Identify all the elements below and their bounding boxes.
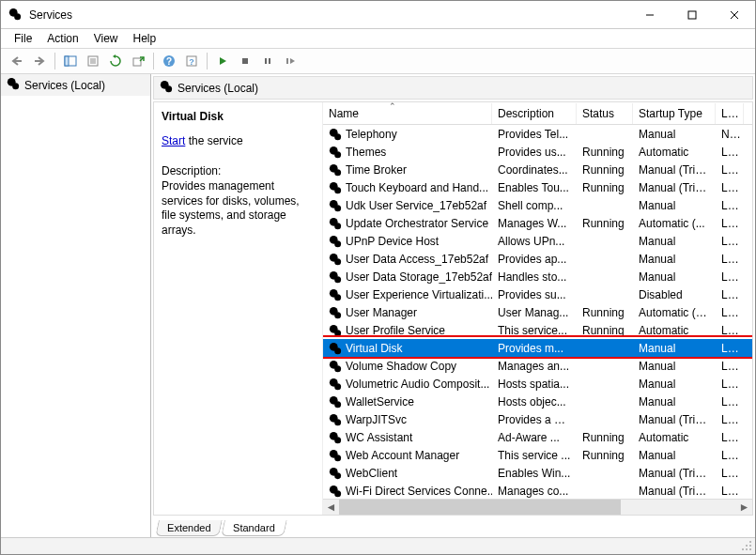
view-tabs: Extended Standard <box>151 516 755 537</box>
gear-icon <box>329 199 342 212</box>
maximize-button[interactable] <box>671 1 713 28</box>
service-row[interactable]: Udk User Service_17eb52afShell comp...Ma… <box>323 196 752 214</box>
service-startup-cell: Manual (Trig... <box>633 179 716 196</box>
gear-icon <box>160 80 173 96</box>
gear-icon <box>329 253 342 266</box>
start-service-button[interactable] <box>212 51 233 71</box>
service-row[interactable]: Time BrokerCoordinates...RunningManual (… <box>323 161 752 178</box>
show-hide-tree-button[interactable] <box>60 51 81 71</box>
column-header-status[interactable]: Status <box>577 103 633 124</box>
service-row[interactable]: WalletServiceHosts objec...ManualLoc <box>323 393 752 410</box>
service-name-cell: Volume Shadow Copy <box>346 360 456 373</box>
scroll-right-button[interactable]: ► <box>736 500 752 516</box>
service-status-cell <box>577 471 633 475</box>
service-row[interactable]: User Profile ServiceThis service...Runni… <box>323 321 752 339</box>
service-row[interactable]: Wi-Fi Direct Services Conne...Manages co… <box>323 482 752 499</box>
scroll-thumb[interactable] <box>339 500 621 516</box>
service-row[interactable]: Volume Shadow CopyManages an...ManualLoc <box>323 357 752 375</box>
service-row[interactable]: ThemesProvides us...RunningAutomaticLoc <box>323 143 752 161</box>
service-name-cell: Wi-Fi Direct Services Conne... <box>346 485 492 498</box>
service-logon-cell: Loc <box>716 322 744 339</box>
service-desc-cell: Ad-Aware ... <box>492 429 577 446</box>
service-startup-cell: Manual (Trig... <box>633 162 716 178</box>
tree-root-services-local[interactable]: Services (Local) <box>1 74 150 96</box>
service-startup-cell: Manual <box>633 358 716 375</box>
minimize-button[interactable] <box>628 1 671 28</box>
properties-button[interactable] <box>83 51 103 71</box>
gear-icon <box>329 163 342 177</box>
close-button[interactable] <box>713 1 755 28</box>
service-desc-cell: Shell comp... <box>492 197 577 214</box>
help-button[interactable]: ? <box>159 51 179 71</box>
pause-service-button[interactable] <box>257 51 278 71</box>
right-content: Virtual Disk Start the service Descripti… <box>153 101 753 516</box>
service-row[interactable]: Touch Keyboard and Hand...Enables Tou...… <box>323 178 752 196</box>
service-startup-cell: Manual <box>633 376 716 393</box>
stop-service-button[interactable] <box>235 51 255 71</box>
service-row[interactable]: User Data Storage_17eb52afHandles sto...… <box>323 268 752 285</box>
refresh-button[interactable] <box>105 51 126 71</box>
service-desc-cell: Provides m... <box>492 340 577 357</box>
horizontal-scrollbar[interactable]: ◄ ► <box>323 499 752 515</box>
app-icon <box>8 8 23 23</box>
services-rows-container[interactable]: TelephonyProvides Tel...ManualNetThemesP… <box>323 125 752 499</box>
menu-help[interactable]: Help <box>126 30 164 47</box>
service-logon-cell: Loc <box>716 233 744 250</box>
service-row[interactable]: User Data Access_17eb52afProvides ap...M… <box>323 250 752 268</box>
description-label: Description: <box>162 164 315 177</box>
scroll-left-button[interactable]: ◄ <box>323 500 339 516</box>
service-row[interactable]: WarpJITSvcProvides a JI...Manual (Trig..… <box>323 410 752 428</box>
service-logon-cell: Loc <box>716 411 744 428</box>
tab-standard[interactable]: Standard <box>222 520 287 536</box>
service-row[interactable]: Volumetric Audio Composit...Hosts spatia… <box>323 375 752 393</box>
separator <box>54 53 55 69</box>
back-button[interactable] <box>7 51 27 71</box>
column-header-startup[interactable]: Startup Type <box>633 103 716 124</box>
tab-extended[interactable]: Extended <box>155 520 223 536</box>
service-row[interactable]: UPnP Device HostAllows UPn...ManualLoc <box>323 232 752 250</box>
column-header-name[interactable]: Name <box>323 103 492 124</box>
service-row[interactable]: User ManagerUser Manag...RunningAutomati… <box>323 303 752 321</box>
export-button[interactable] <box>128 51 148 71</box>
column-header-logon[interactable]: Log <box>716 103 744 124</box>
svg-rect-28 <box>742 548 744 550</box>
service-desc-cell: Manages co... <box>492 483 577 500</box>
service-status-cell <box>577 293 633 297</box>
service-name-cell: Update Orchestrator Service <box>346 217 488 230</box>
menu-view[interactable]: View <box>86 30 126 47</box>
service-name-cell: User Profile Service <box>346 324 445 337</box>
gear-icon <box>329 288 342 301</box>
svg-rect-23 <box>269 58 270 64</box>
resize-grip-icon[interactable] <box>742 541 753 552</box>
column-header-description[interactable]: Description <box>492 103 577 124</box>
scroll-track[interactable] <box>339 500 736 516</box>
menu-file[interactable]: File <box>7 30 39 47</box>
service-status-cell: Running <box>577 144 633 161</box>
service-row[interactable]: Update Orchestrator ServiceManages W...R… <box>323 214 752 232</box>
menu-action[interactable]: Action <box>39 30 85 47</box>
service-row[interactable]: TelephonyProvides Tel...ManualNet <box>323 125 752 143</box>
service-logon-cell: Loc <box>716 447 744 464</box>
service-status-cell <box>577 132 633 136</box>
service-row[interactable]: Web Account ManagerThis service ...Runni… <box>323 446 752 464</box>
service-row[interactable]: Virtual DiskProvides m...ManualLoc <box>323 339 752 357</box>
service-logon-cell: Loc <box>716 429 744 446</box>
service-row[interactable]: WC AssistantAd-Aware ...RunningAutomatic… <box>323 428 752 446</box>
svg-rect-5 <box>688 11 696 19</box>
start-service-link[interactable]: Start <box>162 134 185 147</box>
body: Services (Local) Services (Local) Virtua… <box>1 74 755 537</box>
service-row[interactable]: WebClientEnables Win...Manual (Trig...Lo… <box>323 464 752 482</box>
service-logon-cell: Loc <box>716 465 744 482</box>
forward-button[interactable] <box>29 51 50 71</box>
service-desc-cell: Handles sto... <box>492 269 577 285</box>
svg-rect-11 <box>65 56 69 66</box>
svg-rect-22 <box>265 58 267 64</box>
help-topics-button[interactable]: ? <box>181 51 202 71</box>
restart-service-button[interactable] <box>280 51 301 71</box>
service-logon-cell: Loc <box>716 144 744 161</box>
service-row[interactable]: User Experience Virtualizati...Provides … <box>323 285 752 303</box>
gear-icon <box>329 431 342 444</box>
svg-rect-29 <box>746 548 748 550</box>
service-desc-cell: Manages W... <box>492 215 577 232</box>
services-list-pane: ⌃ Name Description Status Startup Type L… <box>323 102 752 515</box>
